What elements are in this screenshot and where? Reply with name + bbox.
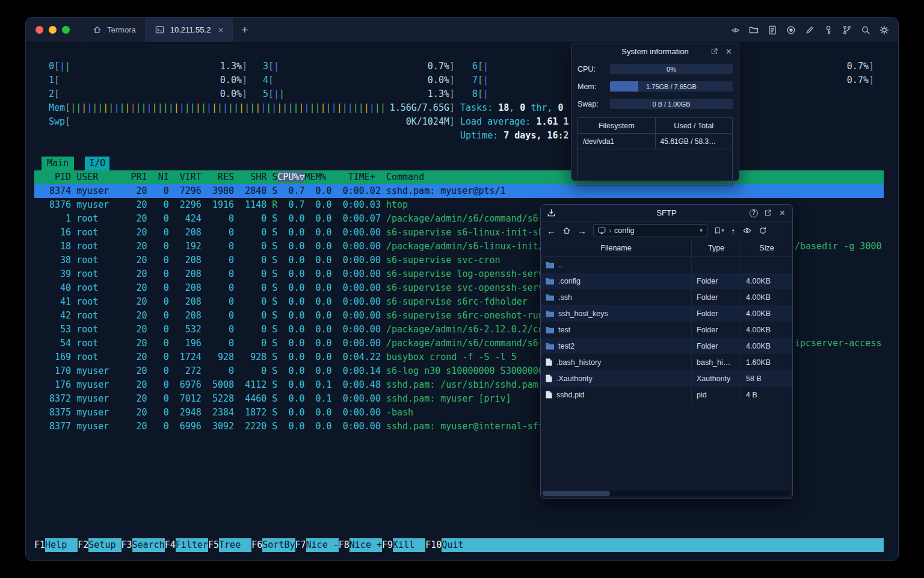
process-row-41[interactable]: 41 root 20 0 208 0 0 S 0.0 0.0 0:00.00 s… <box>44 295 528 309</box>
fkey-label-f5[interactable]: Tree <box>219 538 251 552</box>
edit-icon[interactable] <box>804 25 815 36</box>
process-row-16[interactable]: 16 root 20 0 208 0 0 S 0.0 0.0 0:00.00 s… <box>44 226 544 240</box>
folder-icon[interactable] <box>748 25 759 36</box>
file-row-test[interactable]: testFolder4.00KB <box>541 322 792 338</box>
cpu-usage-row: CPU: 0% <box>571 60 739 78</box>
sftp-toolbar: ← → › config ▾ ▾ ↑ <box>541 222 792 240</box>
show-hidden-icon[interactable] <box>742 226 752 235</box>
htop-tab-main[interactable]: Main <box>42 157 74 170</box>
file-row-.bash_history[interactable]: .bash_historybash_hi…1.60KB <box>541 354 792 370</box>
transfers-icon[interactable] <box>547 208 556 217</box>
fkey-label-f9[interactable]: Kill <box>393 538 425 552</box>
col-type[interactable]: Type <box>692 240 741 256</box>
process-row-169[interactable]: 169 root 20 0 1724 928 928 S 0.0 0.0 0:0… <box>44 350 517 364</box>
file-name: .ssh <box>558 293 572 302</box>
path-breadcrumb[interactable]: › config ▾ <box>593 224 707 237</box>
process-row-176[interactable]: 176 myuser 20 0 6976 5008 4112 S 0.0 0.1… <box>44 378 538 392</box>
chevron-down-icon[interactable]: ▾ <box>700 228 703 234</box>
process-row-40[interactable]: 40 root 20 0 208 0 0 S 0.0 0.0 0:00.00 s… <box>44 281 544 295</box>
branch-icon[interactable] <box>842 25 852 36</box>
minimize-window-button[interactable] <box>49 26 57 34</box>
file-name: test2 <box>558 342 574 350</box>
fkey-label-f1[interactable]: Help <box>45 538 78 552</box>
fkey-label-f10[interactable]: Quit <box>442 538 474 552</box>
htop-tab-io[interactable]: I/O <box>85 157 109 170</box>
popout-icon[interactable] <box>763 208 772 217</box>
process-row-54[interactable]: 54 root 20 0 196 0 0 S 0.0 0.0 0:00.00 /… <box>44 337 544 350</box>
bookmark-icon[interactable]: ▾ <box>714 226 724 235</box>
fkey-label-f2[interactable]: Setup <box>88 538 121 552</box>
titlebar: Termora 10.211.55.2 × + </> <box>26 17 898 43</box>
file-name: .Xauthority <box>556 374 593 383</box>
fkey-f9[interactable]: F9 <box>382 538 393 552</box>
horizontal-scrollbar[interactable] <box>543 491 790 496</box>
home-icon[interactable] <box>562 226 571 235</box>
col-size[interactable]: Size <box>741 240 792 256</box>
process-row-8377[interactable]: 8377 myuser 20 0 6996 3092 2220 S 0.0 0.… <box>44 420 544 434</box>
scrollbar-thumb[interactable] <box>543 491 610 496</box>
fkey-label-f7[interactable]: Nice - <box>306 538 339 552</box>
close-icon[interactable]: × <box>778 208 787 217</box>
file-row-.ssh[interactable]: .sshFolder4.00KB <box>541 289 792 305</box>
fkey-f3[interactable]: F3 <box>122 538 132 552</box>
file-row-.config[interactable]: .configFolder4.00KB <box>541 273 792 289</box>
back-icon[interactable]: ← <box>547 226 556 235</box>
process-row-1[interactable]: 1 root 20 0 424 0 0 S 0.0 0.0 0:00.07 /p… <box>44 212 544 226</box>
process-row-38[interactable]: 38 root 20 0 208 0 0 S 0.0 0.0 0:00.00 s… <box>44 253 500 267</box>
maximize-window-button[interactable] <box>62 26 70 34</box>
fkey-label-f6[interactable]: SortBy <box>262 538 295 552</box>
folder-icon <box>546 310 554 317</box>
fkey-f2[interactable]: F2 <box>78 538 88 552</box>
fkey-f8[interactable]: F8 <box>339 538 350 552</box>
process-row-8374-selected[interactable]: 8374 myuser 20 0 7296 3980 2840 S 0.7 0.… <box>34 184 884 198</box>
code-icon[interactable]: </> <box>730 25 741 36</box>
file-row-ssh_host_keys[interactable]: ssh_host_keysFolder4.00KB <box>541 305 792 322</box>
close-icon[interactable]: × <box>724 47 733 56</box>
tab-ssh-session[interactable]: 10.211.55.2 × <box>146 17 233 42</box>
popout-icon[interactable] <box>710 47 719 56</box>
fkey-f4[interactable]: F4 <box>165 538 176 552</box>
new-tab-button[interactable]: + <box>233 17 256 42</box>
fkey-f10[interactable]: F10 <box>425 538 442 552</box>
process-table-header[interactable]: PID USER PRI NI VIRT RES SHR SCPU%▽MEM% … <box>34 170 884 184</box>
close-window-button[interactable] <box>35 26 43 34</box>
process-row-53[interactable]: 53 root 20 0 532 0 0 S 0.0 0.0 0:00.00 /… <box>44 323 544 337</box>
process-row-42[interactable]: 42 root 20 0 208 0 0 S 0.0 0.0 0:00.00 s… <box>44 309 544 323</box>
refresh-icon[interactable] <box>759 226 767 235</box>
fkey-label-f4[interactable]: Filter <box>176 538 208 552</box>
process-row-39[interactable]: 39 root 20 0 208 0 0 S 0.0 0.0 0:00.00 s… <box>44 267 544 281</box>
mem-meter: Mem[||||||||||||||||||||||||||||||||||||… <box>49 101 455 115</box>
fkey-f1[interactable]: F1 <box>34 538 45 552</box>
fkey-label-f8[interactable]: Nice + <box>350 538 382 552</box>
file-size: 4.00KB <box>741 289 792 305</box>
process-row-8372[interactable]: 8372 myuser 20 0 7012 5228 4460 S 0.0 0.… <box>44 392 511 406</box>
help-icon[interactable]: ? <box>750 209 758 217</box>
fkey-f5[interactable]: F5 <box>208 538 219 552</box>
file-size: 1.60KB <box>741 354 792 370</box>
process-row-18[interactable]: 18 root 20 0 192 0 0 S 0.0 0.0 0:00.00 /… <box>44 240 544 253</box>
fkey-f7[interactable]: F7 <box>295 538 306 552</box>
process-row-170[interactable]: 170 myuser 20 0 272 0 0 S 0.0 0.0 0:00.1… <box>44 364 544 378</box>
forward-icon[interactable]: → <box>578 226 587 235</box>
settings-icon[interactable] <box>879 25 890 36</box>
tab-termora[interactable]: Termora <box>82 17 146 42</box>
tab-close-icon[interactable]: × <box>218 25 223 34</box>
search-icon[interactable] <box>860 25 871 36</box>
file-row-test2[interactable]: test2Folder4.00KB <box>541 338 792 354</box>
filesystem-row[interactable]: /dev/vda1 45.61GB / 58.3… <box>578 134 732 149</box>
parent-dir-icon[interactable]: ↑ <box>731 226 736 235</box>
col-filename[interactable]: Filename <box>541 240 692 256</box>
log-icon[interactable] <box>767 25 778 36</box>
process-row-8375[interactable]: 8375 myuser 20 0 2948 2384 1872 S 0.0 0.… <box>44 406 413 420</box>
process-row-8376[interactable]: 8376 myuser 20 0 2296 1916 1148 R 0.7 0.… <box>44 198 408 212</box>
function-bar: F1Help F2Setup F3SearchF4FilterF5Tree F6… <box>34 538 884 552</box>
key-icon[interactable] <box>823 25 834 36</box>
system-info-panel: System information × CPU: 0% Mem: 1.75GB… <box>571 43 739 181</box>
file-row-sshd.pid[interactable]: sshd.pidpid4 B <box>541 387 792 403</box>
file-row-.Xauthority[interactable]: .XauthorityXauthority58 B <box>541 370 792 387</box>
file-row-..[interactable]: .. <box>541 256 792 273</box>
sort-column-cpu[interactable]: CPU%▽ <box>277 172 304 182</box>
fkey-label-f3[interactable]: Search <box>132 538 165 552</box>
fkey-f6[interactable]: F6 <box>251 538 262 552</box>
record-icon[interactable] <box>786 25 796 36</box>
